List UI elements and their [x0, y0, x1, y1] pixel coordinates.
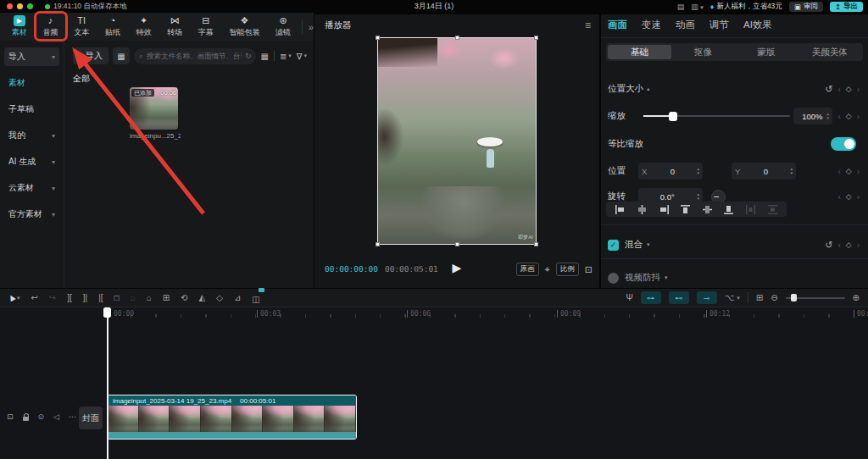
tab-smart-pack[interactable]: ❖ 智能包装: [225, 15, 264, 38]
mirror-icon[interactable]: ◭: [198, 292, 205, 304]
subtab-mask[interactable]: 蒙版: [735, 45, 798, 59]
stabilize-label[interactable]: 视频防抖: [625, 272, 660, 284]
distribute-v-icon[interactable]: [767, 204, 778, 215]
more-options-icon[interactable]: ⋯: [69, 412, 76, 421]
panel-layout-icon[interactable]: ⊞: [756, 292, 763, 304]
keyframe-prev-icon[interactable]: ‹: [837, 112, 840, 121]
selection-handle[interactable]: [455, 36, 459, 40]
subtab-cutout[interactable]: 抠像: [671, 45, 735, 59]
keyframe-icon[interactable]: ◇: [846, 167, 852, 175]
selection-handle[interactable]: [455, 242, 459, 246]
keyframe-next-icon[interactable]: ›: [857, 85, 860, 94]
keyframe-prev-icon[interactable]: ‹: [837, 192, 840, 202]
tab-media[interactable]: ▶ 素材: [7, 15, 32, 38]
chevron-down-icon[interactable]: ▾: [665, 274, 668, 281]
filter-funnel-icon[interactable]: ∇: [297, 52, 303, 61]
speaker-icon[interactable]: ◁: [53, 412, 59, 421]
ratio-button[interactable]: 比例: [556, 263, 579, 276]
tab-filter[interactable]: ⊛ 滤镜: [270, 15, 296, 38]
stepper-icon[interactable]: ▴▾: [697, 167, 699, 175]
transform-section-title[interactable]: 位置大小: [608, 83, 643, 95]
distribute-h-icon[interactable]: [745, 204, 756, 215]
preview-axis-toggle-icon[interactable]: ⊸: [697, 291, 717, 304]
cover-button[interactable]: 封面: [79, 406, 103, 429]
blend-label[interactable]: 混合: [625, 239, 643, 251]
keyframe-prev-icon[interactable]: ‹: [837, 167, 840, 176]
selection-handle[interactable]: [534, 242, 538, 246]
split-keep-left-icon[interactable]: ]|: [83, 292, 87, 304]
subtab-beauty[interactable]: 美颜美体: [798, 45, 861, 59]
sidebar-item-cloud-media[interactable]: 云素材 ▾: [4, 179, 59, 197]
mute-clip-icon[interactable]: ⌂: [131, 292, 136, 304]
player-menu-icon[interactable]: ≡: [585, 19, 591, 31]
reverse-icon[interactable]: ⟲: [181, 292, 187, 304]
tab-captions[interactable]: ⊟ 字幕: [193, 15, 219, 38]
reset-icon[interactable]: ↺: [825, 240, 832, 251]
align-center-h-icon[interactable]: [637, 204, 648, 215]
timeline-ruler[interactable]: 00:00 00:03 00:06 00:09 00:12 00:15: [0, 307, 868, 322]
blend-checkbox[interactable]: ✓: [608, 240, 619, 251]
import-button[interactable]: ↓ 导入: [73, 47, 108, 64]
uniform-scale-toggle[interactable]: [831, 137, 856, 151]
play-button[interactable]: ▶: [453, 261, 462, 274]
align-middle-v-icon[interactable]: [702, 204, 713, 215]
linkage-toggle-icon[interactable]: ⊷: [669, 291, 689, 304]
search-input[interactable]: [147, 52, 242, 60]
subtab-basic[interactable]: 基础: [608, 45, 671, 59]
tab-ai-effects[interactable]: AI效果: [743, 19, 772, 31]
selection-handle[interactable]: [534, 36, 538, 40]
keyframe-tool-icon[interactable]: ◇: [216, 292, 223, 304]
keyframe-icon[interactable]: ◇: [846, 192, 852, 201]
tab-text[interactable]: TI 文本: [69, 15, 94, 38]
keyframe-next-icon[interactable]: ›: [857, 192, 860, 202]
selection-handle[interactable]: [376, 242, 380, 246]
export-button[interactable]: ↥ 导出: [830, 2, 863, 12]
focus-icon[interactable]: ⌖: [545, 264, 550, 275]
align-left-icon[interactable]: [615, 204, 626, 215]
sidebar-item-import[interactable]: 导入 ▾: [4, 47, 59, 66]
stabilize-checkbox[interactable]: [608, 273, 619, 284]
keyframe-prev-icon[interactable]: ‹: [837, 85, 840, 94]
keyframe-prev-icon[interactable]: ‹: [837, 241, 840, 250]
original-quality-button[interactable]: 原画: [516, 263, 539, 276]
track-tool-button[interactable]: ⌥ ▾: [725, 292, 740, 304]
chevron-down-icon[interactable]: ▾: [647, 241, 650, 248]
scale-value-box[interactable]: 100% ▴▾: [793, 108, 832, 124]
sidebar-item-media[interactable]: 素材: [4, 74, 59, 92]
layout-preset-icon[interactable]: ▥ ▾: [691, 3, 704, 11]
keyframe-icon[interactable]: ◇: [846, 241, 852, 249]
playhead[interactable]: [107, 307, 108, 459]
position-x-field[interactable]: X 0 ▴▾: [638, 163, 703, 180]
main-track-magnet-icon[interactable]: ⊡: [7, 412, 14, 421]
keyframe-next-icon[interactable]: ›: [857, 112, 860, 121]
stepper-icon[interactable]: ▴▾: [826, 112, 829, 120]
align-top-icon[interactable]: [680, 204, 691, 215]
zoom-out-icon[interactable]: ⊖: [771, 292, 777, 304]
microphone-icon[interactable]: Ψ: [626, 292, 632, 304]
keyframe-icon[interactable]: ◇: [846, 112, 852, 120]
playhead-handle[interactable]: [103, 307, 111, 318]
sidebar-item-mine[interactable]: 我的 ▾: [4, 126, 59, 145]
layout-toggle-icon[interactable]: ▤: [677, 3, 685, 11]
stepper-icon[interactable]: ▴▾: [697, 192, 699, 201]
tab-sticker[interactable]: ◔ 贴纸: [100, 15, 125, 38]
tab-animation[interactable]: 动画: [676, 19, 695, 31]
video-preview[interactable]: 即梦AI: [378, 38, 536, 244]
section-label-all[interactable]: 全部: [73, 73, 307, 85]
record-button[interactable]: ◫: [252, 290, 259, 306]
collapse-icon[interactable]: ▴: [647, 86, 650, 92]
sidebar-item-official-media[interactable]: 官方素材 ▾: [4, 205, 59, 224]
undo-icon[interactable]: ↩: [31, 292, 37, 304]
tab-speed[interactable]: 变速: [642, 19, 661, 31]
tab-effects[interactable]: ✦ 特效: [131, 15, 157, 38]
grid-layout-icon[interactable]: ▦: [260, 52, 268, 61]
scale-slider[interactable]: [643, 115, 790, 117]
position-y-field[interactable]: Y 0 ▴▾: [732, 163, 796, 180]
slider-knob[interactable]: [791, 294, 797, 301]
tab-picture[interactable]: 画面: [608, 19, 627, 31]
split-icon[interactable]: ][: [67, 292, 72, 304]
split-keep-right-icon[interactable]: |[: [98, 292, 103, 304]
zoom-in-icon[interactable]: ⊕: [853, 292, 860, 304]
align-bottom-icon[interactable]: [723, 204, 734, 215]
redo-icon[interactable]: ↪: [49, 292, 56, 304]
